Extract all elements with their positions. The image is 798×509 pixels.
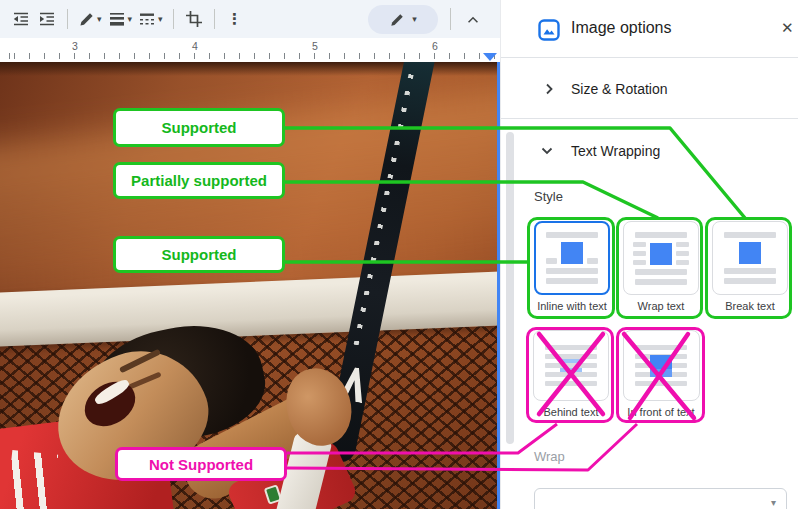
break-text-icon bbox=[724, 232, 776, 284]
wrap-text-card[interactable] bbox=[623, 221, 699, 295]
inline-with-text-icon bbox=[546, 232, 598, 284]
section-label: Size & Rotation bbox=[571, 81, 668, 97]
section-label: Text Wrapping bbox=[571, 143, 660, 159]
google-docs-window: ▾ ▾ ▾ ⋮ bbox=[0, 0, 798, 509]
border-color-button[interactable]: ▾ bbox=[75, 5, 105, 33]
image-options-panel: Image options ✕ Size & Rotation Text Wra… bbox=[500, 0, 798, 509]
divider bbox=[501, 57, 798, 58]
chevron-right-icon bbox=[541, 81, 557, 97]
decrease-indent-button[interactable] bbox=[8, 5, 34, 33]
inline-with-text-card[interactable] bbox=[534, 221, 610, 295]
horizontal-ruler: 3 4 5 6 bbox=[0, 38, 500, 62]
chevron-up-icon bbox=[465, 12, 481, 28]
ruler-ticks bbox=[0, 53, 500, 59]
style-option-in-front-of-text[interactable]: In front of text bbox=[618, 330, 704, 418]
caret-down-icon: ▾ bbox=[128, 15, 133, 24]
caret-down-icon: ▾ bbox=[158, 15, 163, 24]
style-option-label: Wrap text bbox=[618, 300, 704, 312]
editing-mode-button[interactable]: ▾ bbox=[368, 5, 438, 34]
border-dash-icon bbox=[138, 10, 156, 28]
increase-indent-icon bbox=[38, 10, 56, 28]
image-toolbar: ▾ ▾ ▾ ⋮ bbox=[0, 0, 500, 38]
document-image[interactable] bbox=[0, 62, 500, 509]
section-text-wrapping[interactable]: Text Wrapping bbox=[501, 134, 798, 168]
wrap-dropdown[interactable]: ▾ bbox=[534, 488, 787, 509]
more-vertical-icon: ⋮ bbox=[227, 10, 242, 28]
close-panel-button[interactable]: ✕ bbox=[781, 19, 794, 37]
style-option-label: Behind text bbox=[528, 406, 614, 418]
chevron-down-icon bbox=[539, 143, 555, 159]
wrap-group-label: Wrap bbox=[534, 449, 565, 464]
crop-icon bbox=[185, 10, 203, 28]
crop-image-button[interactable] bbox=[181, 5, 207, 33]
pencil-icon bbox=[389, 12, 405, 28]
style-option-wrap-text[interactable]: Wrap text bbox=[618, 221, 704, 312]
more-options-button[interactable]: ⋮ bbox=[222, 5, 248, 33]
toolbar-divider bbox=[214, 9, 215, 29]
toolbar-divider bbox=[450, 8, 451, 30]
style-option-label: Break text bbox=[707, 300, 793, 312]
clay-court-highlight bbox=[0, 83, 500, 300]
ruler-mark: 5 bbox=[308, 40, 322, 52]
section-size-rotation[interactable]: Size & Rotation bbox=[501, 72, 798, 106]
style-option-break-text[interactable]: Break text bbox=[707, 221, 793, 312]
border-weight-button[interactable]: ▾ bbox=[105, 5, 136, 33]
style-option-inline-with-text[interactable]: Inline with text bbox=[529, 221, 615, 312]
pencil-icon bbox=[78, 11, 95, 28]
divider bbox=[501, 118, 798, 119]
ruler-mark: 3 bbox=[68, 40, 82, 52]
ruler-mark: 6 bbox=[428, 40, 442, 52]
right-indent-marker[interactable] bbox=[483, 53, 497, 61]
break-text-card[interactable] bbox=[712, 221, 788, 295]
style-group-label: Style bbox=[534, 189, 563, 204]
style-option-label: Inline with text bbox=[529, 300, 615, 312]
style-option-behind-text[interactable]: Behind text bbox=[528, 330, 614, 418]
caret-down-icon: ▾ bbox=[771, 498, 776, 508]
image-options-icon bbox=[538, 19, 560, 45]
wrap-text-icon bbox=[635, 232, 687, 285]
style-option-label: In front of text bbox=[618, 406, 704, 418]
ruler-mark: 4 bbox=[188, 40, 202, 52]
border-dash-button[interactable]: ▾ bbox=[135, 5, 166, 33]
in-front-of-text-icon bbox=[635, 345, 687, 386]
in-front-of-text-card[interactable] bbox=[623, 330, 700, 401]
hide-menus-button[interactable] bbox=[458, 5, 488, 34]
panel-header: Image options ✕ bbox=[501, 0, 798, 57]
panel-title: Image options bbox=[571, 19, 672, 37]
line-weight-icon bbox=[108, 10, 126, 28]
behind-text-icon bbox=[545, 345, 597, 386]
toolbar-divider bbox=[173, 9, 174, 29]
decrease-indent-icon bbox=[12, 10, 30, 28]
toolbar-divider bbox=[67, 9, 68, 29]
behind-text-card[interactable] bbox=[533, 330, 609, 401]
caret-down-icon: ▾ bbox=[412, 15, 417, 24]
increase-indent-button[interactable] bbox=[34, 5, 60, 33]
panel-scrollbar[interactable] bbox=[506, 132, 514, 444]
caret-down-icon: ▾ bbox=[97, 15, 102, 24]
